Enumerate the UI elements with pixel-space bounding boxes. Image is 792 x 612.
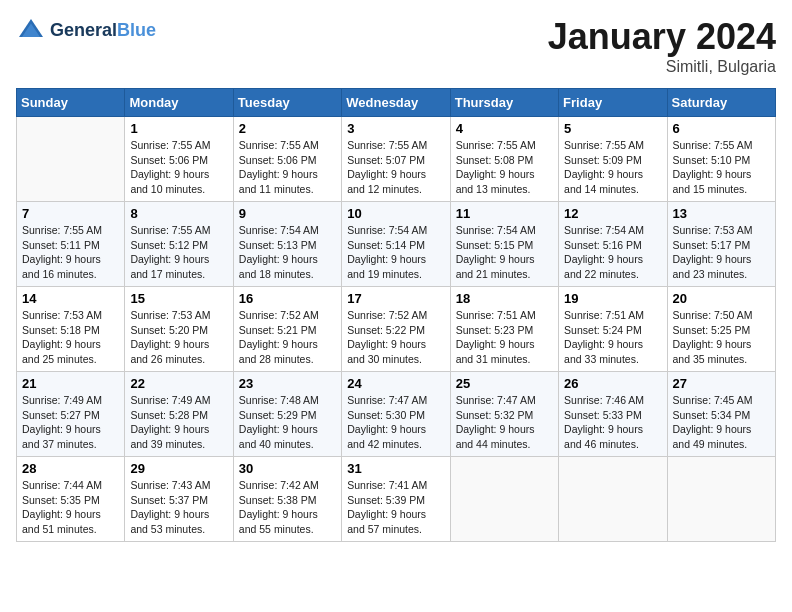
calendar-cell: 29Sunrise: 7:43 AMSunset: 5:37 PMDayligh… — [125, 457, 233, 542]
calendar-cell: 16Sunrise: 7:52 AMSunset: 5:21 PMDayligh… — [233, 287, 341, 372]
calendar-cell: 2Sunrise: 7:55 AMSunset: 5:06 PMDaylight… — [233, 117, 341, 202]
calendar-cell: 12Sunrise: 7:54 AMSunset: 5:16 PMDayligh… — [559, 202, 667, 287]
day-info: Sunrise: 7:55 AMSunset: 5:06 PMDaylight:… — [239, 138, 336, 197]
calendar-week-row: 28Sunrise: 7:44 AMSunset: 5:35 PMDayligh… — [17, 457, 776, 542]
calendar-day-header: Saturday — [667, 89, 775, 117]
day-number: 8 — [130, 206, 227, 221]
day-number: 5 — [564, 121, 661, 136]
day-info: Sunrise: 7:51 AMSunset: 5:24 PMDaylight:… — [564, 308, 661, 367]
day-number: 30 — [239, 461, 336, 476]
calendar-cell: 25Sunrise: 7:47 AMSunset: 5:32 PMDayligh… — [450, 372, 558, 457]
day-number: 2 — [239, 121, 336, 136]
calendar-cell: 28Sunrise: 7:44 AMSunset: 5:35 PMDayligh… — [17, 457, 125, 542]
day-info: Sunrise: 7:55 AMSunset: 5:12 PMDaylight:… — [130, 223, 227, 282]
calendar-cell — [17, 117, 125, 202]
calendar-cell — [667, 457, 775, 542]
day-number: 27 — [673, 376, 770, 391]
day-number: 12 — [564, 206, 661, 221]
calendar-cell: 20Sunrise: 7:50 AMSunset: 5:25 PMDayligh… — [667, 287, 775, 372]
calendar-cell: 9Sunrise: 7:54 AMSunset: 5:13 PMDaylight… — [233, 202, 341, 287]
day-info: Sunrise: 7:43 AMSunset: 5:37 PMDaylight:… — [130, 478, 227, 537]
day-number: 14 — [22, 291, 119, 306]
day-info: Sunrise: 7:54 AMSunset: 5:14 PMDaylight:… — [347, 223, 444, 282]
day-info: Sunrise: 7:54 AMSunset: 5:16 PMDaylight:… — [564, 223, 661, 282]
day-info: Sunrise: 7:52 AMSunset: 5:21 PMDaylight:… — [239, 308, 336, 367]
day-info: Sunrise: 7:55 AMSunset: 5:11 PMDaylight:… — [22, 223, 119, 282]
day-number: 13 — [673, 206, 770, 221]
day-number: 29 — [130, 461, 227, 476]
calendar-cell — [559, 457, 667, 542]
day-info: Sunrise: 7:54 AMSunset: 5:13 PMDaylight:… — [239, 223, 336, 282]
day-info: Sunrise: 7:42 AMSunset: 5:38 PMDaylight:… — [239, 478, 336, 537]
day-info: Sunrise: 7:55 AMSunset: 5:07 PMDaylight:… — [347, 138, 444, 197]
calendar-cell: 15Sunrise: 7:53 AMSunset: 5:20 PMDayligh… — [125, 287, 233, 372]
calendar-day-header: Thursday — [450, 89, 558, 117]
day-info: Sunrise: 7:48 AMSunset: 5:29 PMDaylight:… — [239, 393, 336, 452]
calendar-cell: 3Sunrise: 7:55 AMSunset: 5:07 PMDaylight… — [342, 117, 450, 202]
day-info: Sunrise: 7:49 AMSunset: 5:28 PMDaylight:… — [130, 393, 227, 452]
day-number: 17 — [347, 291, 444, 306]
day-number: 23 — [239, 376, 336, 391]
day-info: Sunrise: 7:50 AMSunset: 5:25 PMDaylight:… — [673, 308, 770, 367]
day-info: Sunrise: 7:44 AMSunset: 5:35 PMDaylight:… — [22, 478, 119, 537]
day-info: Sunrise: 7:52 AMSunset: 5:22 PMDaylight:… — [347, 308, 444, 367]
calendar-cell: 26Sunrise: 7:46 AMSunset: 5:33 PMDayligh… — [559, 372, 667, 457]
day-number: 24 — [347, 376, 444, 391]
day-info: Sunrise: 7:45 AMSunset: 5:34 PMDaylight:… — [673, 393, 770, 452]
day-number: 9 — [239, 206, 336, 221]
day-info: Sunrise: 7:55 AMSunset: 5:06 PMDaylight:… — [130, 138, 227, 197]
calendar-day-header: Monday — [125, 89, 233, 117]
calendar-cell: 5Sunrise: 7:55 AMSunset: 5:09 PMDaylight… — [559, 117, 667, 202]
calendar-cell: 19Sunrise: 7:51 AMSunset: 5:24 PMDayligh… — [559, 287, 667, 372]
calendar-cell: 18Sunrise: 7:51 AMSunset: 5:23 PMDayligh… — [450, 287, 558, 372]
day-info: Sunrise: 7:53 AMSunset: 5:17 PMDaylight:… — [673, 223, 770, 282]
calendar-cell: 1Sunrise: 7:55 AMSunset: 5:06 PMDaylight… — [125, 117, 233, 202]
logo: GeneralBlue — [16, 16, 156, 46]
day-number: 18 — [456, 291, 553, 306]
day-number: 3 — [347, 121, 444, 136]
day-number: 19 — [564, 291, 661, 306]
day-number: 11 — [456, 206, 553, 221]
calendar-day-header: Sunday — [17, 89, 125, 117]
calendar-cell: 4Sunrise: 7:55 AMSunset: 5:08 PMDaylight… — [450, 117, 558, 202]
calendar-week-row: 1Sunrise: 7:55 AMSunset: 5:06 PMDaylight… — [17, 117, 776, 202]
page-subtitle: Simitli, Bulgaria — [548, 58, 776, 76]
calendar-cell: 27Sunrise: 7:45 AMSunset: 5:34 PMDayligh… — [667, 372, 775, 457]
day-info: Sunrise: 7:47 AMSunset: 5:30 PMDaylight:… — [347, 393, 444, 452]
day-info: Sunrise: 7:55 AMSunset: 5:08 PMDaylight:… — [456, 138, 553, 197]
day-number: 25 — [456, 376, 553, 391]
day-info: Sunrise: 7:55 AMSunset: 5:09 PMDaylight:… — [564, 138, 661, 197]
day-info: Sunrise: 7:49 AMSunset: 5:27 PMDaylight:… — [22, 393, 119, 452]
calendar-cell: 31Sunrise: 7:41 AMSunset: 5:39 PMDayligh… — [342, 457, 450, 542]
day-number: 20 — [673, 291, 770, 306]
day-number: 28 — [22, 461, 119, 476]
calendar-cell: 22Sunrise: 7:49 AMSunset: 5:28 PMDayligh… — [125, 372, 233, 457]
day-number: 15 — [130, 291, 227, 306]
calendar-day-header: Friday — [559, 89, 667, 117]
day-info: Sunrise: 7:54 AMSunset: 5:15 PMDaylight:… — [456, 223, 553, 282]
day-number: 10 — [347, 206, 444, 221]
page-header: GeneralBlue January 2024 Simitli, Bulgar… — [16, 16, 776, 76]
page-title: January 2024 — [548, 16, 776, 58]
day-number: 7 — [22, 206, 119, 221]
day-number: 31 — [347, 461, 444, 476]
day-info: Sunrise: 7:53 AMSunset: 5:18 PMDaylight:… — [22, 308, 119, 367]
calendar-cell: 13Sunrise: 7:53 AMSunset: 5:17 PMDayligh… — [667, 202, 775, 287]
day-info: Sunrise: 7:41 AMSunset: 5:39 PMDaylight:… — [347, 478, 444, 537]
calendar-cell: 11Sunrise: 7:54 AMSunset: 5:15 PMDayligh… — [450, 202, 558, 287]
calendar-cell: 23Sunrise: 7:48 AMSunset: 5:29 PMDayligh… — [233, 372, 341, 457]
logo-text: GeneralBlue — [50, 21, 156, 41]
day-info: Sunrise: 7:51 AMSunset: 5:23 PMDaylight:… — [456, 308, 553, 367]
day-number: 4 — [456, 121, 553, 136]
day-info: Sunrise: 7:55 AMSunset: 5:10 PMDaylight:… — [673, 138, 770, 197]
calendar-cell: 6Sunrise: 7:55 AMSunset: 5:10 PMDaylight… — [667, 117, 775, 202]
calendar-table: SundayMondayTuesdayWednesdayThursdayFrid… — [16, 88, 776, 542]
title-area: January 2024 Simitli, Bulgaria — [548, 16, 776, 76]
day-number: 6 — [673, 121, 770, 136]
calendar-day-header: Tuesday — [233, 89, 341, 117]
calendar-cell: 30Sunrise: 7:42 AMSunset: 5:38 PMDayligh… — [233, 457, 341, 542]
day-number: 26 — [564, 376, 661, 391]
calendar-week-row: 7Sunrise: 7:55 AMSunset: 5:11 PMDaylight… — [17, 202, 776, 287]
calendar-cell — [450, 457, 558, 542]
calendar-cell: 10Sunrise: 7:54 AMSunset: 5:14 PMDayligh… — [342, 202, 450, 287]
